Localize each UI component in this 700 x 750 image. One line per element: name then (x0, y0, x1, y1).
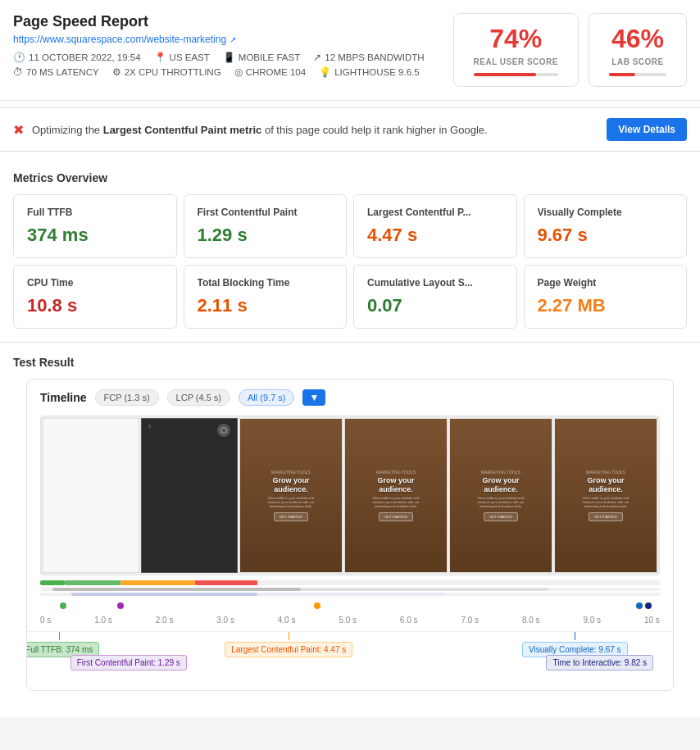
alert-banner: ✖ Optimizing the Largest Contentful Pain… (0, 107, 700, 152)
timeline-frames: ≡ MARKETING TOOLS Grow youraudience. Dri… (40, 416, 660, 575)
metric-value-cls: 0.07 (367, 295, 503, 316)
cpu-icon: ⚙ (112, 66, 121, 78)
metric-label-page-weight: Page Weight (538, 277, 674, 289)
metric-value-lcp: 4.47 s (367, 225, 503, 246)
lab-score-card: 46% LAB SCORE (589, 13, 687, 87)
lab-score-bar (609, 73, 666, 76)
lab-score-label: LAB SCORE (609, 57, 666, 66)
annotation-vc: Visually Complete: 9.67 s (522, 632, 628, 657)
real-user-score-value: 74% (474, 24, 558, 54)
test-result-title: Test Result (13, 356, 687, 369)
metric-value-tbt: 2.11 s (198, 295, 334, 316)
bandwidth-icon: ↗ (313, 52, 321, 63)
annotations-row: Full TTFB: 374 ms First Contentful Paint… (27, 631, 673, 690)
lab-score-value: 46% (609, 24, 666, 54)
metric-label-visually-complete: Visually Complete (538, 207, 674, 218)
tick-5: 5.0 s (339, 616, 357, 625)
annotation-label-lcp: Largest Contentful Paint: 4.47 s (225, 642, 352, 657)
metric-label-cpu: CPU Time (27, 277, 163, 289)
alert-emphasis: Largest Contentful Paint metric (103, 124, 262, 136)
meta-cpu: ⚙ 2X CPU THROTTLING (112, 66, 221, 78)
annotation-fcp: First Contentful Paint: 1.29 s (70, 655, 187, 670)
metric-value-cpu: 10.8 s (27, 295, 163, 316)
tick-1: 1.0 s (94, 616, 112, 625)
timeline-tag-lcp[interactable]: LCP (4.5 s) (167, 389, 230, 406)
external-link-icon: ↗ (230, 35, 236, 44)
metric-label-tbt: Total Blocking Time (198, 277, 334, 289)
timeline-bar-row-2 (40, 588, 660, 591)
timeline-tag-all[interactable]: All (9.7 s) (239, 389, 294, 406)
frame-4: MARKETING TOOLS Grow youraudience. Drive… (344, 418, 448, 573)
timeline-wrapper: Timeline FCP (1.3 s) LCP (4.5 s) All (9.… (26, 379, 674, 691)
real-user-score-label: REAL USER SCORE (474, 57, 558, 66)
timeline-bar-row-3 (40, 593, 660, 596)
metrics-grid: Full TTFB 374 ms First Contentful Paint … (13, 194, 687, 329)
lab-score-bar-fill (609, 73, 635, 76)
metric-label-cls: Cumulative Layout S... (367, 277, 503, 289)
timeline-dots-row (40, 598, 660, 614)
tick-8: 8.0 s (522, 616, 540, 625)
frame-5: MARKETING TOOLS Grow youraudience. Drive… (449, 418, 552, 573)
metric-card-lcp: Largest Contentful P... 4.47 s (353, 194, 517, 258)
real-user-score-bar (474, 73, 558, 76)
tick-2: 2.0 s (156, 616, 174, 625)
timeline-ticks: 0 s 1.0 s 2.0 s 3.0 s 4.0 s 5.0 s 6.0 s … (40, 614, 660, 631)
frame-6: MARKETING TOOLS Grow youraudience. Drive… (554, 418, 657, 573)
annotation-label-fcp: First Contentful Paint: 1.29 s (70, 655, 187, 670)
timeline-dropdown-button[interactable]: ▼ (302, 389, 325, 406)
tick-10: 10 s (644, 616, 660, 625)
timeline-label: Timeline (40, 391, 87, 404)
meta-datetime: 🕐 11 OCTOBER 2022, 19:54 (13, 52, 141, 63)
metric-value-ttfb: 374 ms (27, 225, 163, 246)
view-details-button[interactable]: View Details (607, 118, 687, 141)
metrics-overview-title: Metrics Overview (13, 171, 687, 184)
annotation-label-tti: Time to Interactive: 9.82 s (546, 655, 653, 670)
meta-chrome: ◎ CHROME 104 (234, 66, 307, 78)
frame-3: MARKETING TOOLS Grow youraudience. Drive… (239, 418, 343, 573)
timeline-tag-fcp[interactable]: FCP (1.3 s) (95, 389, 159, 406)
header-url[interactable]: https://www.squarespace.com/website-mark… (13, 34, 440, 45)
chrome-icon: ◎ (234, 66, 243, 78)
tick-3: 3.0 s (216, 616, 234, 625)
timeline-bar-row-1 (40, 580, 660, 585)
metric-label-lcp: Largest Contentful P... (367, 207, 503, 218)
annotation-lcp: Largest Contentful Paint: 4.47 s (225, 632, 352, 657)
metric-card-cpu: CPU Time 10.8 s (13, 265, 177, 329)
metric-label-fcp: First Contentful Paint (198, 207, 334, 218)
page-container: Page Speed Report https://www.squarespac… (0, 0, 700, 717)
tick-9: 9.0 s (583, 616, 601, 625)
score-cards: 74% REAL USER SCORE 46% LAB SCORE (453, 13, 687, 87)
real-user-score-card: 74% REAL USER SCORE (453, 13, 579, 87)
header-section: Page Speed Report https://www.squarespac… (0, 0, 700, 101)
real-user-score-bar-fill (474, 73, 537, 76)
meta-device: 📱 MOBILE FAST (223, 52, 300, 63)
metric-card-cls: Cumulative Layout S... 0.07 (353, 265, 517, 329)
clock-icon: 🕐 (13, 52, 25, 63)
metric-card-tbt: Total Blocking Time 2.11 s (184, 265, 348, 329)
header-info: Page Speed Report https://www.squarespac… (13, 13, 440, 87)
metric-value-page-weight: 2.27 MB (538, 295, 674, 316)
metrics-overview-section: Metrics Overview Full TTFB 374 ms First … (0, 158, 700, 342)
metric-card-page-weight: Page Weight 2.27 MB (524, 265, 688, 329)
tick-7: 7.0 s (461, 616, 479, 625)
meta-region: 📍 US EAST (154, 52, 210, 63)
mobile-icon: 📱 (223, 52, 235, 63)
meta-latency: ⏱ 70 MS LATENCY (13, 66, 99, 78)
alert-text: Optimizing the Largest Contentful Paint … (32, 124, 598, 136)
location-icon: 📍 (154, 52, 166, 63)
tick-6: 6.0 s (400, 616, 418, 625)
frame-1 (43, 418, 139, 573)
page-title: Page Speed Report (13, 13, 440, 30)
timeline-ruler-area (40, 580, 660, 596)
meta-lighthouse: 💡 LIGHTHOUSE 9.6.5 (319, 66, 420, 78)
metric-value-visually-complete: 9.67 s (538, 225, 674, 246)
metric-card-fcp: First Contentful Paint 1.29 s (184, 194, 348, 258)
tick-0: 0 s (40, 616, 51, 625)
timeline-header: Timeline FCP (1.3 s) LCP (4.5 s) All (9.… (40, 389, 660, 406)
metric-value-fcp: 1.29 s (198, 225, 334, 246)
timeline-inner: Timeline FCP (1.3 s) LCP (4.5 s) All (9.… (27, 380, 673, 631)
meta-bandwidth: ↗ 12 MBPS BANDWIDTH (313, 52, 424, 63)
test-result-section: Test Result Timeline FCP (1.3 s) LCP (4.… (0, 342, 700, 717)
alert-error-icon: ✖ (13, 122, 24, 138)
header-meta: 🕐 11 OCTOBER 2022, 19:54 📍 US EAST 📱 MOB… (13, 52, 440, 78)
